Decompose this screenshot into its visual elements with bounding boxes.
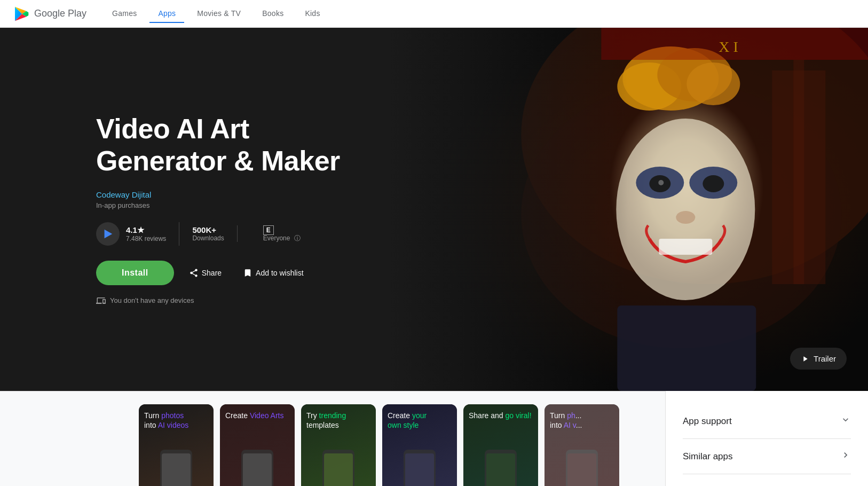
screenshot-2[interactable]: Create Video Arts <box>220 404 295 486</box>
nav-apps[interactable]: Apps <box>149 5 184 23</box>
google-play-icon <box>13 5 30 22</box>
nav-movies[interactable]: Movies & TV <box>188 5 249 23</box>
hero-background-art: X I <box>391 28 868 391</box>
wishlist-button[interactable]: Add to wishlist <box>236 264 310 282</box>
device-note-text: You don't have any devices <box>110 296 194 304</box>
screenshots-section: Turn photosinto AI videos <box>0 391 665 486</box>
svg-rect-28 <box>324 453 353 486</box>
nav-games[interactable]: Games <box>104 5 145 23</box>
download-count: 500K+ <box>192 225 224 234</box>
app-title: Video AI Art Generator & Maker <box>96 113 352 177</box>
screenshot-6-label: Turn ph...into AI v... <box>545 404 619 434</box>
trailer-button[interactable]: Trailer <box>790 348 847 370</box>
screenshots-wrapper: Turn photosinto AI videos <box>0 404 665 486</box>
play-logo-icon <box>96 222 120 246</box>
google-play-logo[interactable]: Google Play <box>13 5 86 22</box>
hero-content: Video AI Art Generator & Maker Codeway D… <box>0 81 384 338</box>
screenshot-5[interactable]: Share and go viral! <box>463 404 538 486</box>
screenshot-3[interactable]: Try trendingtemplates <box>301 404 376 486</box>
logo-text: Google Play <box>34 8 86 19</box>
downloads-stat: 500K+ Downloads <box>179 225 237 242</box>
sidebar: App support Similar apps <box>665 391 868 486</box>
phone-mockup-5 <box>479 447 522 486</box>
review-count: 7.48K reviews <box>126 235 166 242</box>
content-left: Turn photosinto AI videos <box>0 391 665 486</box>
similar-apps-item[interactable]: Similar apps <box>683 439 851 474</box>
screenshot-1[interactable]: Turn photosinto AI videos <box>139 404 214 486</box>
svg-rect-34 <box>567 453 596 486</box>
downloads-label: Downloads <box>192 234 224 242</box>
phone-mockup-2 <box>236 447 279 486</box>
device-note: You don't have any devices <box>96 296 352 305</box>
in-app-purchases: In-app purchases <box>96 201 352 209</box>
chevron-right-icon <box>840 450 851 463</box>
bookmark-icon <box>243 268 252 278</box>
screenshot-2-label: Create Video Arts <box>220 404 295 425</box>
rating-stat: 4.1★ 7.48K reviews <box>96 222 179 246</box>
phone-mockup-3 <box>317 447 360 486</box>
nav-books[interactable]: Books <box>254 5 292 23</box>
stats-bar: 4.1★ 7.48K reviews 500K+ Downloads E <box>96 222 352 246</box>
install-button[interactable]: Install <box>96 261 174 285</box>
devices-icon <box>96 296 106 305</box>
header-nav: Games Apps Movies & TV Books Kids <box>104 5 329 23</box>
screenshot-4[interactable]: Create yourown style <box>382 404 457 486</box>
share-icon <box>189 268 199 278</box>
svg-rect-32 <box>486 453 515 486</box>
screenshot-3-label: Try trendingtemplates <box>301 404 376 434</box>
svg-rect-30 <box>405 453 434 486</box>
age-rating-label: Everyone ⓘ <box>263 234 301 243</box>
share-button[interactable]: Share <box>183 264 228 282</box>
svg-rect-19 <box>391 28 868 391</box>
developer-name[interactable]: Codeway Dijital <box>96 190 352 199</box>
screenshot-1-label: Turn photosinto AI videos <box>139 404 214 434</box>
svg-rect-23 <box>162 453 191 486</box>
svg-rect-26 <box>243 453 272 486</box>
play-icon <box>801 355 809 363</box>
nav-kids[interactable]: Kids <box>296 5 328 23</box>
svg-text:X I: X I <box>719 38 738 55</box>
screenshot-5-label: Share and go viral! <box>463 404 538 425</box>
content-area: Turn photosinto AI videos <box>0 391 868 486</box>
app-support-item[interactable]: App support <box>683 404 851 439</box>
age-rating-stat: E Everyone ⓘ <box>238 225 301 243</box>
phone-mockup-1 <box>155 447 198 486</box>
screenshot-6[interactable]: Turn ph...into AI v... <box>545 404 619 486</box>
phone-mockup-4 <box>398 447 441 486</box>
hero-section: X I Video AI Art Generator & Maker Codew… <box>0 28 868 391</box>
app-support-label: App support <box>683 416 732 427</box>
rating-value: 4.1★ <box>126 225 166 235</box>
chevron-down-icon <box>840 414 851 428</box>
screenshot-4-label: Create yourown style <box>382 404 457 434</box>
age-rating-value: E <box>263 225 301 234</box>
header: Google Play Games Apps Movies & TV Books… <box>0 0 868 28</box>
phone-mockup-6 <box>561 447 603 486</box>
similar-apps-label: Similar apps <box>683 451 733 462</box>
hero-actions: Install Share Add to wishlist <box>96 261 352 285</box>
